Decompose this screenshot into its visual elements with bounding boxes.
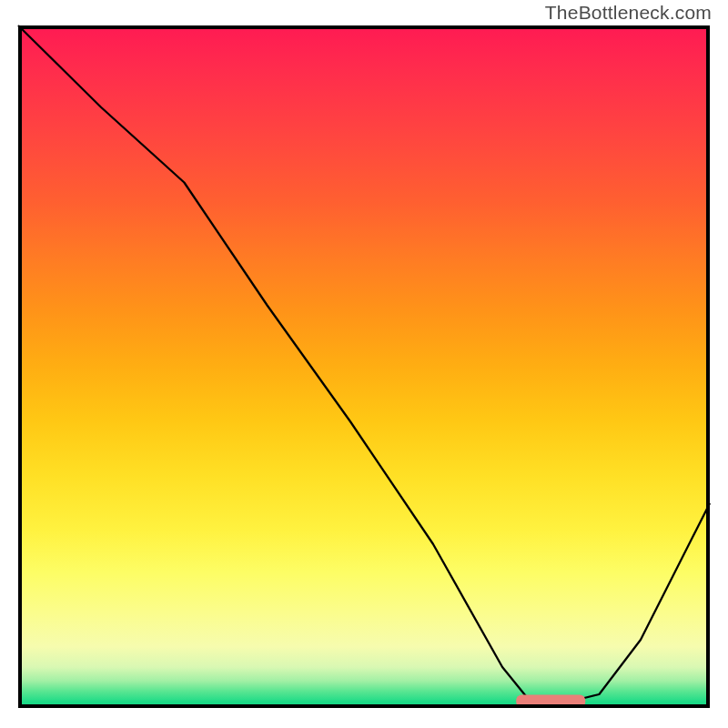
bottleneck-curve-line bbox=[18, 25, 710, 702]
watermark-text: TheBottleneck.com bbox=[545, 2, 712, 24]
chart-plot-area bbox=[18, 25, 710, 708]
chart-svg bbox=[18, 25, 710, 708]
optimal-range-marker bbox=[516, 695, 585, 708]
